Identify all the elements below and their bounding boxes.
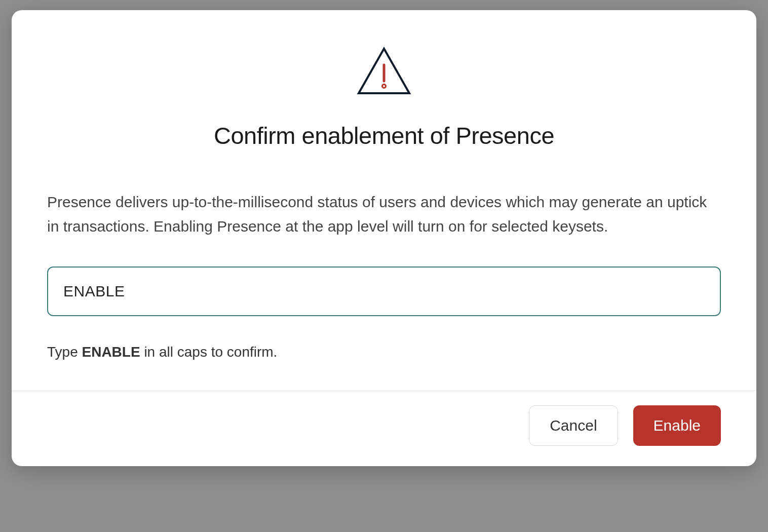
svg-point-1 (382, 85, 386, 88)
modal-body: Confirm enablement of Presence Presence … (12, 10, 756, 391)
warning-icon-wrap (47, 46, 721, 96)
hint-prefix: Type (47, 344, 82, 360)
modal-footer: Cancel Enable (12, 391, 756, 466)
hint-bold: ENABLE (82, 344, 140, 360)
cancel-button[interactable]: Cancel (529, 405, 618, 446)
confirm-input[interactable] (47, 267, 721, 316)
confirmation-modal: Confirm enablement of Presence Presence … (12, 10, 756, 466)
confirm-hint: Type ENABLE in all caps to confirm. (47, 344, 721, 360)
enable-button[interactable]: Enable (633, 405, 721, 446)
modal-description: Presence delivers up-to-the-millisecond … (47, 190, 721, 239)
hint-suffix: in all caps to confirm. (140, 344, 278, 360)
warning-icon (356, 46, 412, 96)
modal-title: Confirm enablement of Presence (47, 122, 721, 149)
